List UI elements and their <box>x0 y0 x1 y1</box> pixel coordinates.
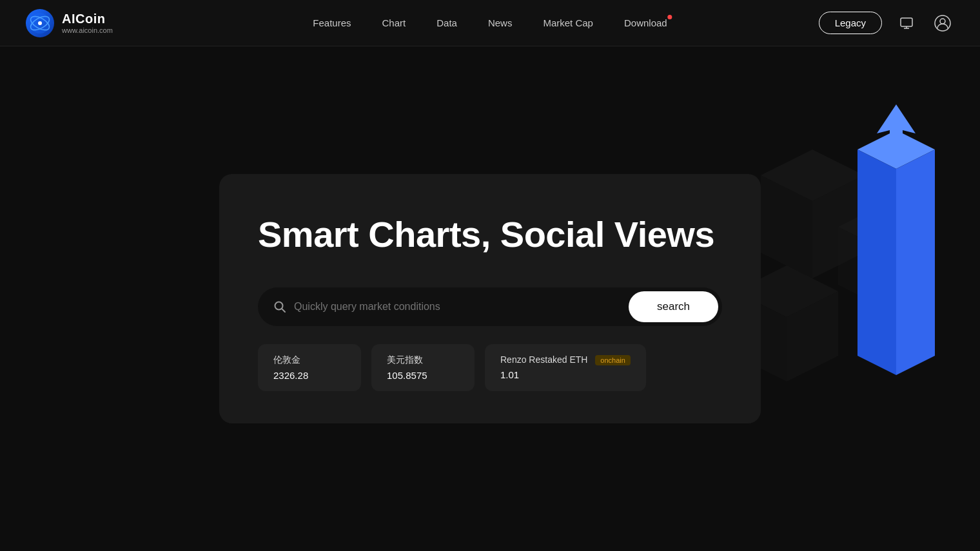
quick-item-name-0: 伦敦金 <box>273 354 346 366</box>
quick-item-usd-index[interactable]: 美元指数 105.8575 <box>371 344 475 391</box>
quick-item-value-0: 2326.28 <box>273 370 346 381</box>
main-content: Smart Charts, Social Views search 伦敦金 23… <box>0 46 980 551</box>
quick-items: 伦敦金 2326.28 美元指数 105.8575 Renzo Restaked… <box>258 344 722 391</box>
search-bar: search <box>258 287 722 326</box>
search-icon <box>273 300 286 313</box>
hero-card: Smart Charts, Social Views search 伦敦金 23… <box>219 174 761 423</box>
logo-icon <box>26 9 54 37</box>
search-input[interactable] <box>294 301 621 313</box>
onchain-badge: onchain <box>595 355 631 365</box>
svg-point-3 <box>38 21 42 25</box>
quick-item-value-1: 105.8575 <box>387 370 459 381</box>
logo-sub: www.aicoin.com <box>62 26 113 34</box>
svg-marker-19 <box>858 150 896 375</box>
nav-right: Legacy <box>819 12 954 35</box>
nav-links: Features Chart Data News Market Cap Down… <box>313 17 667 28</box>
legacy-button[interactable]: Legacy <box>819 12 882 34</box>
nav-market-cap[interactable]: Market Cap <box>543 17 593 28</box>
quick-item-london-gold[interactable]: 伦敦金 2326.28 <box>258 344 361 391</box>
quick-item-name-2: Renzo Restaked ETH onchain <box>500 354 631 365</box>
hero-title: Smart Charts, Social Views <box>258 213 722 256</box>
quick-item-name-1: 美元指数 <box>387 354 459 366</box>
logo-text: AICoin www.aicoin.com <box>62 12 113 34</box>
user-icon[interactable] <box>931 12 954 35</box>
nav-data[interactable]: Data <box>436 17 457 28</box>
quick-item-value-2: 1.01 <box>500 369 631 380</box>
nav-chart[interactable]: Chart <box>382 17 406 28</box>
svg-rect-4 <box>901 18 912 26</box>
quick-item-renzo[interactable]: Renzo Restaked ETH onchain 1.01 <box>485 344 646 391</box>
monitor-icon[interactable] <box>895 12 918 35</box>
svg-point-7 <box>935 15 950 31</box>
navbar: AICoin www.aicoin.com Features Chart Dat… <box>0 0 980 46</box>
logo-area: AICoin www.aicoin.com <box>26 9 113 37</box>
logo-name: AICoin <box>62 12 113 26</box>
search-button[interactable]: search <box>629 291 718 322</box>
nav-download[interactable]: Download <box>624 17 667 28</box>
svg-marker-20 <box>896 150 935 375</box>
svg-line-23 <box>282 309 285 312</box>
nav-news[interactable]: News <box>488 17 513 28</box>
svg-point-8 <box>940 19 945 24</box>
nav-features[interactable]: Features <box>313 17 351 28</box>
